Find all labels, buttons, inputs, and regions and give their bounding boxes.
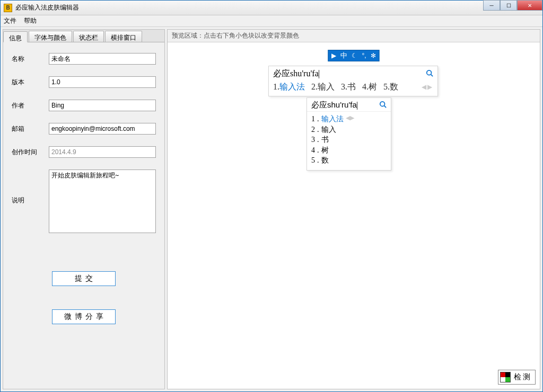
detect-label: 检测: [514, 372, 532, 382]
input-author[interactable]: [49, 100, 156, 111]
color-swatch-icon: [500, 372, 511, 382]
menu-help[interactable]: 帮助: [24, 16, 37, 25]
input-created: [49, 146, 156, 158]
tab-info[interactable]: 信息: [3, 31, 28, 42]
minimize-button[interactable]: ─: [483, 0, 500, 11]
menubar: 文件 帮助: [1, 15, 542, 27]
ime-h-candidates[interactable]: 1.输入法 2.输入 3.书 4.树 5.数 ◀▶: [269, 81, 437, 96]
search-icon[interactable]: [426, 69, 433, 79]
tabs: 信息 字体与颜色 状态栏 横排窗口: [3, 30, 164, 42]
punctuation-icon[interactable]: °,: [362, 52, 366, 59]
left-panel: 信息 字体与颜色 状态栏 横排窗口 名称 版本 作者: [3, 29, 165, 389]
ime-v-candidates[interactable]: 1.输入法◀▶ 2.输入 3.书 4.树 5.数: [307, 112, 391, 170]
svg-line-1: [431, 74, 433, 76]
app-icon: B: [4, 4, 12, 12]
label-name: 名称: [12, 53, 43, 64]
ime-horizontal-window: 必应shu'ru'fa 1.输入法 2.输入 3.书 4.树 5.数 ◀▶: [268, 66, 438, 96]
color-detect-button[interactable]: 检测: [498, 370, 536, 385]
svg-line-3: [384, 106, 387, 108]
titlebar[interactable]: B 必应输入法皮肤编辑器 ─ ☐ ✕: [1, 1, 542, 15]
weibo-share-button[interactable]: 微博分享: [52, 309, 116, 324]
ime-mode-indicator[interactable]: 中: [340, 51, 347, 60]
tab-horizontal-window[interactable]: 横排窗口: [105, 31, 142, 42]
gear-icon[interactable]: ✻: [371, 52, 376, 59]
input-email[interactable]: [49, 123, 156, 135]
label-version: 版本: [12, 76, 43, 87]
submit-button[interactable]: 提交: [52, 271, 116, 286]
search-icon[interactable]: [379, 101, 387, 110]
preview-panel: 预览区域：点击右下角小色块以改变背景颜色 ▶ 中 ☾ °, ✻ 必应shu'ru…: [167, 29, 540, 389]
ime-vertical-window: 必应shu'ru'fa 1.输入法◀▶ 2.输入 3.书 4.树 5.数: [306, 97, 391, 171]
input-name[interactable]: [49, 53, 156, 65]
bing-logo-icon: ▶: [331, 52, 336, 59]
maximize-button[interactable]: ☐: [500, 0, 517, 11]
label-author: 作者: [12, 100, 43, 110]
svg-point-0: [427, 70, 432, 75]
moon-icon[interactable]: ☾: [352, 52, 357, 59]
label-created: 创作时间: [12, 146, 43, 157]
window-title: 必应输入法皮肤编辑器: [15, 3, 79, 12]
input-desc[interactable]: 开始皮肤编辑新旅程吧~: [49, 170, 156, 233]
input-version[interactable]: [49, 76, 156, 88]
pager-arrows-icon[interactable]: ◀▶: [422, 83, 433, 91]
app-window: B 必应输入法皮肤编辑器 ─ ☐ ✕ 文件 帮助 信息 字体与颜色 状态栏 横排…: [0, 0, 543, 392]
close-button[interactable]: ✕: [517, 0, 542, 11]
label-email: 邮箱: [12, 123, 43, 133]
pager-arrows-icon[interactable]: ◀▶: [346, 114, 354, 124]
label-desc: 说明: [12, 170, 43, 205]
ime-status-toolbar[interactable]: ▶ 中 ☾ °, ✻: [328, 50, 379, 61]
ime-h-input: 必应shu'ru'fa: [273, 68, 319, 79]
menu-file[interactable]: 文件: [4, 16, 16, 25]
ime-v-input: 必应shu'ru'fa: [311, 100, 357, 110]
preview-body: ▶ 中 ☾ °, ✻ 必应shu'ru'fa 1.输入法 2.: [168, 42, 540, 389]
preview-header: 预览区域：点击右下角小色块以改变背景颜色: [168, 30, 540, 42]
svg-point-2: [380, 102, 385, 106]
tab-font-color[interactable]: 字体与颜色: [29, 31, 72, 42]
tab-status-bar[interactable]: 状态栏: [73, 31, 104, 42]
